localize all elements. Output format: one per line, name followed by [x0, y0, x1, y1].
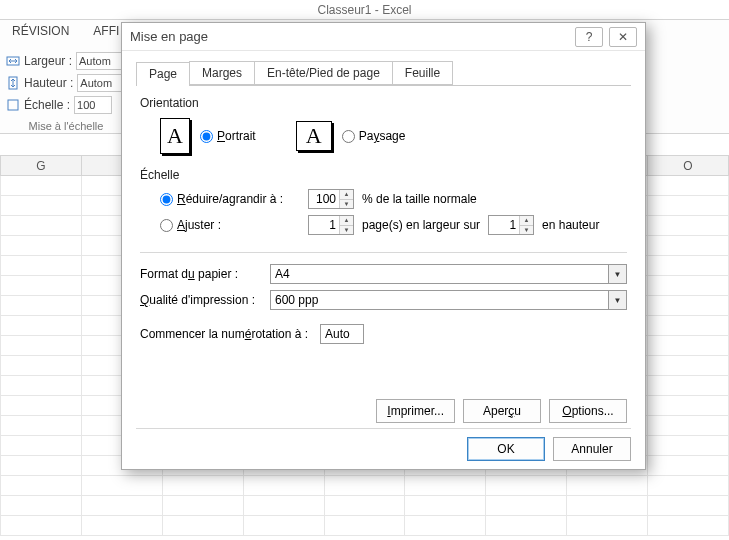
ribbon-height-combo[interactable]: Autom [77, 74, 123, 92]
scale-percent-input[interactable] [309, 190, 339, 208]
cell[interactable] [1, 396, 82, 416]
cell[interactable] [648, 396, 729, 416]
ok-button[interactable]: OK [467, 437, 545, 461]
help-button[interactable]: ? [575, 27, 603, 47]
cell[interactable] [1, 316, 82, 336]
cell[interactable] [648, 436, 729, 456]
cell[interactable] [1, 336, 82, 356]
reduce-enlarge-radio-input[interactable] [160, 193, 173, 206]
cell[interactable] [648, 336, 729, 356]
cell[interactable] [162, 496, 243, 516]
tab-margins[interactable]: Marges [189, 61, 255, 85]
table-row[interactable] [1, 496, 729, 516]
cell[interactable] [648, 196, 729, 216]
col-header[interactable]: G [1, 156, 82, 176]
cell[interactable] [324, 476, 405, 496]
cell[interactable] [1, 516, 82, 536]
cell[interactable] [648, 276, 729, 296]
col-header[interactable]: O [648, 156, 729, 176]
cell[interactable] [243, 516, 324, 536]
cell[interactable] [486, 476, 567, 496]
close-button[interactable]: ✕ [609, 27, 637, 47]
options-button[interactable]: Options... [549, 399, 627, 423]
spin-down[interactable]: ▼ [340, 199, 353, 209]
chevron-down-icon[interactable]: ▼ [608, 265, 626, 283]
fit-wide-input[interactable] [309, 216, 339, 234]
cell[interactable] [243, 496, 324, 516]
fit-to-radio[interactable]: Ajuster : [160, 218, 300, 232]
table-row[interactable] [1, 476, 729, 496]
cell[interactable] [162, 476, 243, 496]
cell[interactable] [486, 496, 567, 516]
cell[interactable] [1, 356, 82, 376]
cell[interactable] [648, 176, 729, 196]
cell[interactable] [1, 276, 82, 296]
fit-tall-spinner[interactable]: ▲▼ [488, 215, 534, 235]
tab-sheet[interactable]: Feuille [392, 61, 453, 85]
cell[interactable] [1, 196, 82, 216]
reduce-enlarge-radio[interactable]: Réduire/agrandir à : [160, 192, 300, 206]
cell[interactable] [81, 496, 162, 516]
spin-up[interactable]: ▲ [340, 190, 353, 199]
cell[interactable] [1, 416, 82, 436]
first-page-number-input[interactable] [320, 324, 364, 344]
tab-page[interactable]: Page [136, 62, 190, 86]
tab-header-footer[interactable]: En-tête/Pied de page [254, 61, 393, 85]
cell[interactable] [648, 356, 729, 376]
dialog-titlebar[interactable]: Mise en page ? ✕ [122, 23, 645, 51]
cell[interactable] [324, 516, 405, 536]
cell[interactable] [81, 516, 162, 536]
portrait-radio-input[interactable] [200, 130, 213, 143]
spin-down[interactable]: ▼ [520, 225, 533, 235]
cell[interactable] [1, 456, 82, 476]
cell[interactable] [1, 216, 82, 236]
cell[interactable] [648, 316, 729, 336]
cell[interactable] [648, 256, 729, 276]
print-button[interactable]: Imprimer... [376, 399, 455, 423]
fit-wide-spinner[interactable]: ▲▼ [308, 215, 354, 235]
cell[interactable] [1, 236, 82, 256]
cell[interactable] [648, 516, 729, 536]
portrait-radio[interactable]: Portrait [200, 129, 256, 143]
spin-up[interactable]: ▲ [340, 216, 353, 225]
ribbon-width-combo[interactable]: Autom [76, 52, 122, 70]
cell[interactable] [648, 236, 729, 256]
cell[interactable] [567, 496, 648, 516]
cell[interactable] [1, 496, 82, 516]
landscape-radio-input[interactable] [342, 130, 355, 143]
ribbon-tab-revision[interactable]: RÉVISION [12, 24, 69, 44]
landscape-radio[interactable]: Paysage [342, 129, 406, 143]
cell[interactable] [1, 376, 82, 396]
cell[interactable] [648, 476, 729, 496]
cell[interactable] [648, 216, 729, 236]
table-row[interactable] [1, 516, 729, 536]
cell[interactable] [162, 516, 243, 536]
cell[interactable] [486, 516, 567, 536]
cell[interactable] [1, 256, 82, 276]
cell[interactable] [567, 516, 648, 536]
cell[interactable] [1, 176, 82, 196]
fit-tall-input[interactable] [489, 216, 519, 234]
cell[interactable] [648, 416, 729, 436]
cell[interactable] [1, 436, 82, 456]
chevron-down-icon[interactable]: ▼ [608, 291, 626, 309]
fit-to-radio-input[interactable] [160, 219, 173, 232]
cell[interactable] [1, 476, 82, 496]
cell[interactable] [81, 476, 162, 496]
cell[interactable] [648, 496, 729, 516]
cell[interactable] [405, 476, 486, 496]
preview-button[interactable]: Aperçu [463, 399, 541, 423]
cell[interactable] [1, 296, 82, 316]
scale-percent-spinner[interactable]: ▲▼ [308, 189, 354, 209]
cell[interactable] [405, 516, 486, 536]
cancel-button[interactable]: Annuler [553, 437, 631, 461]
cell[interactable] [648, 376, 729, 396]
spin-down[interactable]: ▼ [340, 225, 353, 235]
cell[interactable] [567, 476, 648, 496]
spin-up[interactable]: ▲ [520, 216, 533, 225]
cell[interactable] [243, 476, 324, 496]
paper-size-combo[interactable]: A4 ▼ [270, 264, 627, 284]
cell[interactable] [648, 296, 729, 316]
ribbon-scale-spinner[interactable]: 100 [74, 96, 112, 114]
print-quality-combo[interactable]: 600 ppp ▼ [270, 290, 627, 310]
